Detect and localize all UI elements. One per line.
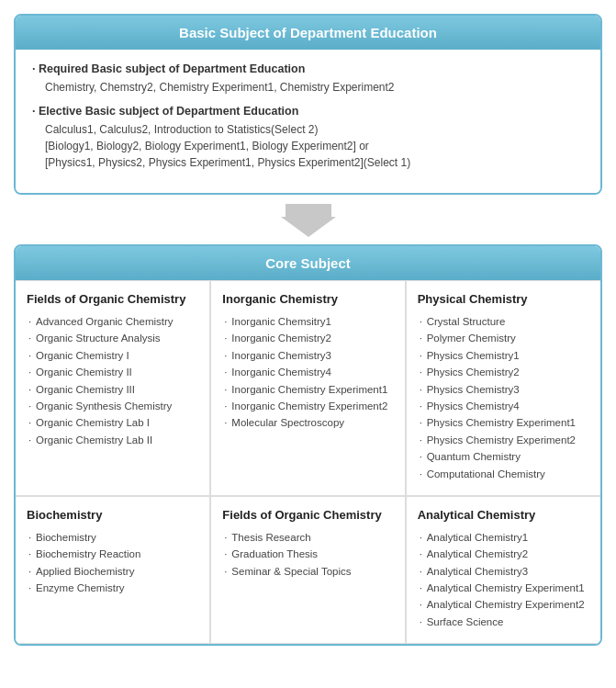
required-content: Chemistry, Chemstry2, Chemistry Experime… [45, 79, 584, 96]
list-item: Applied Biochemistry [27, 563, 198, 580]
core-cell-4: Fields of Organic ChemistryThesis Resear… [210, 496, 405, 644]
list-item: Organic Chemistry Lab II [27, 432, 198, 448]
list-item: Inorganic Chemistry Experiment2 [222, 398, 393, 414]
list-item: Polymer Chemistry [418, 330, 589, 346]
cell-list-3: BiochemistryBiochemistry ReactionApplied… [27, 529, 198, 597]
list-item: Analytical Chemistry2 [418, 546, 589, 562]
core-cell-3: BiochemistryBiochemistryBiochemistry Rea… [16, 496, 210, 644]
list-item: Organic Chemistry Lab I [27, 414, 198, 431]
core-subject-grid: Fields of Organic ChemistryAdvanced Orga… [16, 280, 600, 644]
core-subject-header: Core Subject [16, 246, 600, 280]
list-item: Organic Chemistry III [27, 381, 198, 398]
cell-title-3: Biochemistry [27, 508, 198, 522]
list-item: Inorganic Chemistry3 [222, 347, 393, 364]
list-item: Organic Structure Analysis [27, 330, 198, 346]
cell-title-4: Fields of Organic Chemistry [222, 508, 393, 522]
core-cell-0: Fields of Organic ChemistryAdvanced Orga… [16, 280, 210, 496]
list-item: Inorganic Chemistry Experiment1 [222, 381, 393, 398]
core-cell-5: Analytical ChemistryAnalytical Chemistry… [406, 496, 600, 644]
list-item: Organic Chemistry II [27, 364, 198, 380]
list-item: Physics Chemistry2 [418, 364, 589, 380]
list-item: Inorganic Chemsitry1 [222, 313, 393, 330]
list-item: Thesis Research [222, 529, 393, 546]
cell-title-2: Physical Chemistry [418, 292, 589, 306]
basic-subject-box: Basic Subject of Department Education Re… [14, 14, 602, 195]
cell-title-1: Inorganic Chemistry [222, 292, 393, 306]
list-item: Advanced Organic Chemistry [27, 313, 198, 330]
list-item: Biochemistry Reaction [27, 546, 198, 562]
core-subject-box: Core Subject Fields of Organic Chemistry… [14, 244, 602, 646]
list-item: Surface Science [418, 614, 589, 630]
cell-list-4: Thesis ResearchGraduation ThesisSeminar … [222, 529, 393, 580]
required-title: Required Basic subject of Department Edu… [32, 62, 584, 75]
cell-list-2: Crystal StructurePolymer ChemistryPhysic… [418, 313, 589, 482]
list-item: Inorganic Chemistry4 [222, 364, 393, 380]
elective-section: Elective Basic subject of Department Edu… [32, 105, 584, 171]
cell-list-5: Analytical Chemistry1Analytical Chemistr… [418, 529, 589, 630]
list-item: Organic Chemistry I [27, 347, 198, 364]
cell-list-1: Inorganic Chemsitry1Inorganic Chemistry2… [222, 313, 393, 432]
basic-subject-header: Basic Subject of Department Education [16, 16, 600, 50]
list-item: Physics Chemistry Experiment1 [418, 414, 589, 431]
elective-content: Calculus1, Calculus2, Introduction to St… [45, 121, 584, 171]
arrow-container [14, 204, 602, 237]
list-item: Analytical Chemistry Experiment2 [418, 596, 589, 613]
list-item: Physics Chemistry4 [418, 398, 589, 414]
basic-subject-body: Required Basic subject of Department Edu… [16, 50, 600, 193]
cell-title-5: Analytical Chemistry [418, 508, 589, 522]
list-item: Biochemistry [27, 529, 198, 546]
core-cell-1: Inorganic ChemistryInorganic Chemsitry1I… [210, 280, 405, 496]
core-cell-2: Physical ChemistryCrystal StructurePolym… [406, 280, 600, 496]
list-item: Graduation Thesis [222, 546, 393, 562]
list-item: Analytical Chemistry1 [418, 529, 589, 546]
required-section: Required Basic subject of Department Edu… [32, 62, 584, 96]
list-item: Crystal Structure [418, 313, 589, 330]
list-item: Physics Chemistry1 [418, 347, 589, 364]
list-item: Quantum Chemistry [418, 448, 589, 465]
list-item: Organic Synthesis Chemistry [27, 398, 198, 414]
list-item: Physics Chemistry3 [418, 381, 589, 398]
list-item: Computational Chemistry [418, 466, 589, 482]
list-item: Physics Chemistry Experiment2 [418, 432, 589, 448]
list-item: Enzyme Chemistry [27, 580, 198, 596]
list-item: Molecular Spectroscopy [222, 414, 393, 431]
list-item: Analytical Chemistry Experiment1 [418, 580, 589, 596]
cell-list-0: Advanced Organic ChemistryOrganic Struct… [27, 313, 198, 448]
list-item: Seminar & Special Topics [222, 563, 393, 580]
cell-title-0: Fields of Organic Chemistry [27, 292, 198, 306]
list-item: Inorganic Chemistry2 [222, 330, 393, 346]
list-item: Analytical Chemistry3 [418, 563, 589, 580]
elective-title: Elective Basic subject of Department Edu… [32, 105, 584, 118]
